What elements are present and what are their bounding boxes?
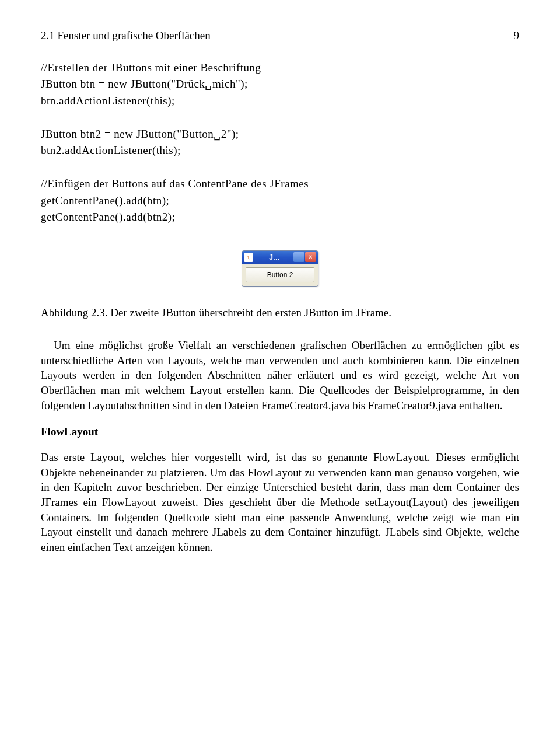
window-title: J… xyxy=(256,253,293,262)
button-2[interactable]: Button 2 xyxy=(246,267,314,282)
heading-flowlayout: FlowLayout xyxy=(41,424,519,439)
java-icon xyxy=(244,253,253,262)
window-controls: _ × xyxy=(293,252,316,262)
close-icon[interactable]: × xyxy=(305,252,316,262)
code-listing: //Erstellen der JButtons mit einer Besch… xyxy=(41,60,519,226)
section-label: 2.1 Fenster und grafische Oberflächen xyxy=(41,28,211,43)
jframe-window: J… _ × Button 2 xyxy=(242,250,318,287)
titlebar: J… _ × xyxy=(242,251,318,264)
page-header: 2.1 Fenster und grafische Oberflächen 9 xyxy=(41,28,519,43)
paragraph-layouts-intro: Um eine möglichst große Vielfalt an vers… xyxy=(41,338,519,413)
paragraph-flowlayout: Das erste Layout, welches hier vorgestel… xyxy=(41,450,519,554)
page-number: 9 xyxy=(514,28,520,43)
figure-caption: Abbildung 2.3. Der zweite JButton übersc… xyxy=(41,305,519,320)
figure-2-3: J… _ × Button 2 xyxy=(41,250,519,291)
minimize-icon[interactable]: _ xyxy=(293,252,304,262)
content-pane: Button 2 xyxy=(242,264,318,286)
